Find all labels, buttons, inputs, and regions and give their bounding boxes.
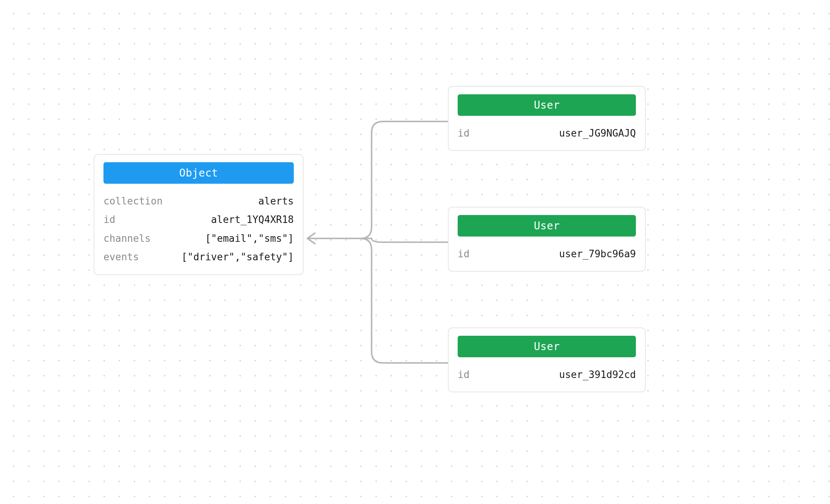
object-card: Object collection alerts id alert_1YQ4XR… (94, 154, 304, 275)
field-label: id (458, 124, 469, 143)
field-value: user_391d92cd (559, 366, 636, 384)
field-label: id (458, 366, 469, 384)
field-value: ["email","sms"] (205, 229, 294, 248)
field-value: alert_1YQ4XR18 (211, 211, 294, 229)
user-card-1: User id user_JG9NGAJQ (448, 86, 646, 151)
connector-lines (304, 106, 448, 377)
object-field-channels: channels ["email","sms"] (103, 229, 294, 248)
object-field-id: id alert_1YQ4XR18 (103, 211, 294, 229)
field-value: user_79bc96a9 (559, 245, 636, 263)
user-field-id: id user_JG9NGAJQ (458, 124, 636, 143)
field-label: collection (103, 192, 163, 211)
object-field-events: events ["driver","safety"] (103, 248, 294, 266)
field-value: ["driver","safety"] (182, 248, 294, 266)
diagram-canvas: Object collection alerts id alert_1YQ4XR… (0, 0, 830, 504)
field-value: user_JG9NGAJQ (559, 124, 636, 143)
user-field-id: id user_79bc96a9 (458, 245, 636, 263)
user-field-id: id user_391d92cd (458, 366, 636, 384)
field-label: channels (103, 229, 151, 248)
user-card-header: User (458, 215, 636, 237)
object-card-header: Object (103, 162, 294, 184)
user-card-header: User (458, 94, 636, 116)
user-card-3: User id user_391d92cd (448, 327, 646, 392)
field-label: events (103, 248, 139, 266)
object-field-collection: collection alerts (103, 192, 294, 211)
user-card-header: User (458, 336, 636, 357)
field-label: id (103, 211, 115, 229)
user-card-2: User id user_79bc96a9 (448, 207, 646, 272)
field-value: alerts (258, 192, 294, 211)
field-label: id (458, 245, 469, 263)
